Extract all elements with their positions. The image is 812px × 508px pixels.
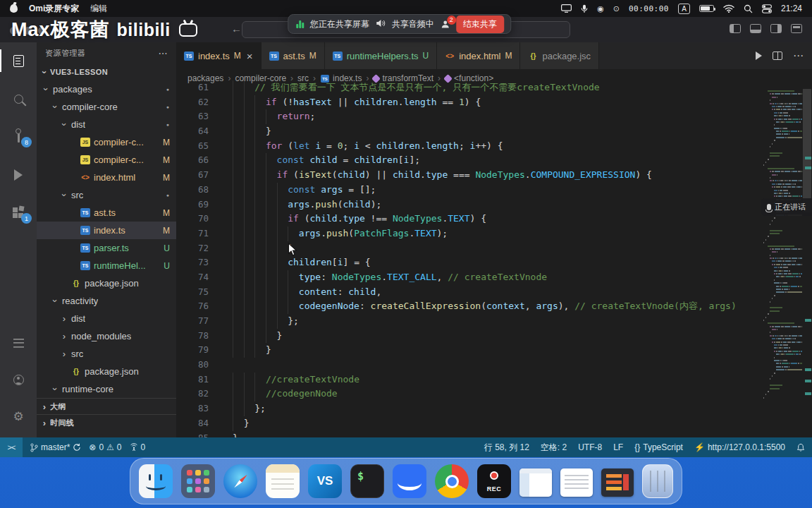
editor-scrollbar[interactable] — [802, 87, 812, 437]
control-center-icon[interactable] — [762, 4, 772, 13]
finder-icon[interactable] — [139, 464, 173, 498]
run-code-button[interactable] — [756, 52, 762, 60]
activitybar-checklist[interactable] — [0, 332, 37, 354]
activitybar-extensions[interactable]: 1 — [0, 202, 37, 224]
chrome-icon[interactable] — [435, 464, 469, 498]
tree-item-label: src — [71, 349, 83, 359]
tree-item-compiler-c...[interactable]: ›JScompiler-c...M — [37, 133, 176, 151]
tab-index.ts[interactable]: TSindex.tsM× — [176, 42, 262, 69]
toggle-secondary-sidebar-button[interactable] — [770, 24, 782, 33]
screen-recorder-icon[interactable]: REC — [477, 464, 511, 498]
indent-guide — [233, 314, 244, 329]
trash-icon[interactable] — [642, 464, 673, 498]
tree-item-compiler-core[interactable]: ›compiler-core● — [37, 98, 176, 116]
minimap-seg — [782, 128, 782, 129]
tree-item-node_modules[interactable]: ›node_modules — [37, 327, 176, 345]
activitybar-settings[interactable]: ⚙ — [0, 405, 37, 428]
vscode-icon[interactable]: VS — [308, 464, 342, 498]
activitybar-run-debug[interactable] — [0, 164, 37, 186]
tree-item-compiler-c...[interactable]: ›JScompiler-c...M — [37, 151, 176, 169]
activitybar-search[interactable] — [0, 87, 37, 110]
problems-item[interactable]: ⊗ 0 ⚠ 0 — [89, 442, 121, 452]
end-share-button[interactable]: 结束共享 — [456, 16, 504, 33]
mic-icon[interactable] — [581, 4, 588, 13]
tree-item-package.json[interactable]: ›{}package.json — [37, 363, 176, 380]
tree-item-packages[interactable]: ›packages● — [37, 80, 176, 98]
menubar-clock[interactable]: 21:24 — [781, 4, 802, 13]
activitybar-source-control[interactable]: 8 — [0, 126, 37, 148]
git-branch-item[interactable]: master* — [30, 442, 81, 452]
minimap-line — [763, 273, 802, 274]
outline-section[interactable]: › 大纲 — [37, 398, 176, 414]
ports-item[interactable]: 0 — [130, 442, 146, 452]
terminal-icon[interactable]: $ — [350, 464, 384, 498]
code-editor[interactable]: 61// 我们需要看一下 文本节点是不是只有一个, 只有一个不需要createT… — [176, 87, 812, 437]
tree-item-index.ts[interactable]: ›TSindex.tsM — [37, 222, 176, 239]
window-preview-2-icon[interactable] — [560, 468, 593, 497]
explorer-more-actions-button[interactable]: ⋯ — [159, 48, 168, 59]
input-source-icon[interactable]: A — [678, 4, 690, 14]
window-preview-3-icon[interactable] — [601, 468, 634, 497]
code-token: ( — [481, 301, 486, 311]
apple-menu-icon[interactable] — [10, 4, 18, 13]
code-line: 83}; — [176, 401, 763, 416]
tab-index.html[interactable]: <>index.htmlM — [437, 42, 520, 69]
bell-icon[interactable] — [796, 443, 805, 452]
tree-item-index.html[interactable]: ›<>index.htmlM — [37, 169, 176, 186]
remote-indicator[interactable]: >< — [0, 437, 23, 457]
encoding-item[interactable]: UTF-8 — [578, 442, 602, 452]
customize-layout-button[interactable] — [791, 24, 802, 33]
code-token: args — [288, 199, 309, 210]
split-editor-button[interactable] — [773, 52, 782, 60]
camera-status-icon[interactable]: ⊙ — [613, 4, 620, 13]
file-tree: ›packages●›compiler-core●›dist●›JScompil… — [37, 80, 176, 398]
tree-item-src[interactable]: ›src● — [37, 186, 176, 204]
scrollbar-thumb[interactable] — [803, 89, 811, 212]
tree-item-runtimeHel...[interactable]: ›TSruntimeHel...U — [37, 257, 176, 274]
notes-icon[interactable] — [266, 464, 300, 498]
window-preview-1-icon[interactable] — [519, 468, 552, 497]
indentation-item[interactable]: 空格: 2 — [541, 442, 567, 454]
tree-item-parser.ts[interactable]: ›TSparser.tsU — [37, 239, 176, 257]
more-actions-button[interactable]: ⋯ — [793, 49, 804, 62]
modified-dot: ● — [166, 193, 169, 198]
minimap-line — [763, 366, 802, 368]
tree-item-reactivity[interactable]: ›reactivity — [37, 292, 176, 310]
window-zoom-button[interactable] — [38, 27, 46, 35]
menubar-app-name[interactable]: Omi录屏专家 — [29, 3, 79, 15]
spotlight-search-icon[interactable] — [744, 4, 753, 13]
eol-item[interactable]: LF — [613, 442, 623, 452]
explorer-root-folder[interactable]: › VUE3-LESSON — [37, 64, 176, 80]
record-status-icon[interactable]: ◉ — [597, 4, 604, 13]
tree-item-package.json[interactable]: ›{}package.json — [37, 274, 176, 292]
tab-package.jsc[interactable]: {}package.jsc — [520, 42, 599, 69]
toggle-panel-button[interactable] — [750, 24, 761, 33]
tab-runtimeHelpers.ts[interactable]: TSruntimeHelpers.tsU — [325, 42, 438, 69]
toggle-primary-sidebar-button[interactable] — [730, 24, 741, 33]
minimap-seg — [791, 326, 792, 327]
display-icon[interactable] — [561, 4, 572, 13]
window-minimize-button[interactable] — [24, 27, 32, 35]
live-server-item[interactable]: ⚡ http://127.0.0.1:5500 — [694, 442, 785, 452]
menubar-menu-edit[interactable]: 编辑 — [90, 3, 107, 15]
tree-item-runtime-core[interactable]: ›runtime-core — [37, 380, 176, 398]
wave-app-icon[interactable] — [393, 464, 426, 498]
tree-item-dist[interactable]: ›dist● — [37, 116, 176, 133]
window-close-button[interactable] — [10, 27, 18, 35]
navigate-back-button[interactable]: ← — [231, 23, 242, 35]
cursor-position[interactable]: 行 58, 列 12 — [484, 442, 529, 454]
minimap[interactable] — [763, 87, 802, 437]
tree-item-dist[interactable]: ›dist — [37, 310, 176, 327]
close-tab-icon[interactable]: × — [247, 50, 253, 62]
participants-item[interactable]: 2 — [441, 20, 450, 29]
launchpad-icon[interactable] — [181, 464, 215, 498]
activitybar-accounts[interactable] — [0, 368, 37, 391]
wifi-icon[interactable] — [723, 4, 734, 13]
tab-ast.ts[interactable]: TSast.tsM — [262, 42, 325, 69]
timeline-section[interactable]: › 时间线 — [37, 414, 176, 430]
tree-item-src[interactable]: ›src — [37, 345, 176, 363]
safari-icon[interactable] — [223, 464, 257, 498]
activitybar-explorer[interactable] — [0, 49, 37, 72]
tree-item-ast.ts[interactable]: ›TSast.tsM — [37, 204, 176, 222]
language-mode-item[interactable]: {} TypeScript — [634, 442, 683, 452]
